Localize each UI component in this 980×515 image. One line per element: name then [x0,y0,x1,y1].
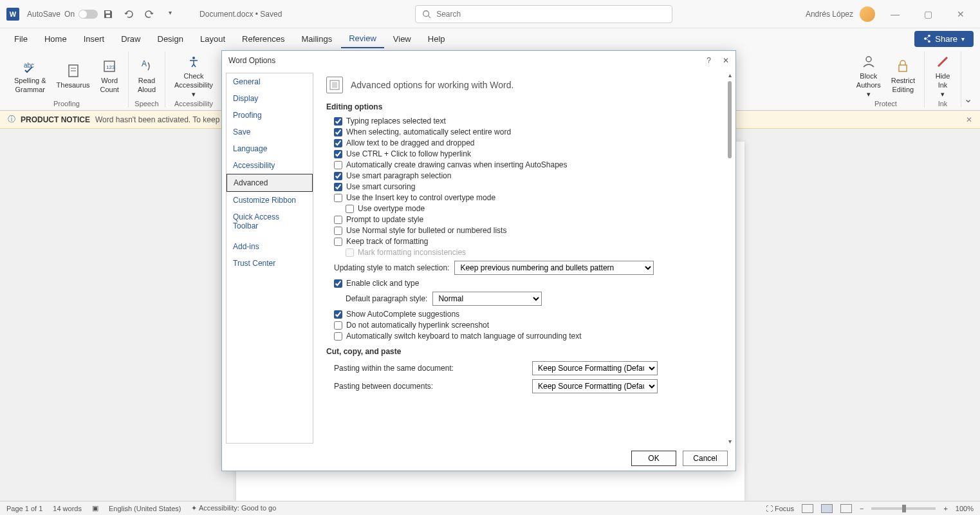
redo-icon[interactable] [144,9,154,19]
zoom-level[interactable]: 100% [956,505,974,512]
opt-no-auto-hyperlink-screenshot: Do not automatically hyperlink screensho… [334,321,723,330]
hide-ink-button[interactable]: HideInk ▾ [930,52,956,100]
status-accessibility[interactable]: ✦ Accessibility: Good to go [191,504,276,512]
cancel-button[interactable]: Cancel [683,451,728,466]
tab-layout[interactable]: Layout [192,30,233,48]
spelling-grammar-button[interactable]: abcSpelling &Grammar [10,52,50,100]
sidebar-item-language[interactable]: Language [227,140,313,157]
updating-style-label: Updating style to match selection: [334,263,449,272]
tab-file[interactable]: File [6,30,35,48]
opt-mark-inconsistencies: Mark formatting inconsistencies [346,248,723,257]
paste-between-select[interactable]: Keep Source Formatting (Default) [532,379,658,393]
document-title: Document.docx • Saved [199,10,282,19]
scroll-up-icon[interactable]: ▴ [727,70,733,80]
sidebar-item-customize-ribbon[interactable]: Customize Ribbon [227,192,313,209]
tab-draw[interactable]: Draw [113,30,148,48]
paste-within-select[interactable]: Keep Source Formatting (Default) [532,361,658,375]
help-icon[interactable]: ? [707,56,711,65]
tab-review[interactable]: Review [341,30,384,48]
toggle-switch-icon[interactable] [79,10,98,19]
tab-design[interactable]: Design [150,30,191,48]
default-paragraph-select[interactable]: Normal [432,292,542,306]
thesaurus-button[interactable]: Thesaurus [53,52,94,100]
text-predictions-icon[interactable]: ▣ [92,504,98,512]
zoom-in-icon[interactable]: + [943,505,947,512]
ribbon-collapse-icon[interactable]: ⌄ [961,90,975,108]
search-box[interactable] [415,5,672,23]
status-language[interactable]: English (United States) [109,505,181,512]
view-print-icon[interactable] [821,504,833,513]
user-area[interactable]: Andrés López — ▢ ✕ [806,6,974,22]
svg-point-0 [423,10,429,16]
focus-mode[interactable]: ⛶ Focus [766,505,794,512]
row-paste-between: Pasting between documents: Keep Source F… [334,379,723,393]
sidebar-item-proofing[interactable]: Proofing [227,107,313,124]
restrict-editing-button[interactable]: RestrictEditing [887,52,919,100]
word-app-icon: W [6,8,19,21]
tab-mailings[interactable]: Mailings [294,30,340,48]
opt-autocomplete: Show AutoComplete suggestions [334,310,723,319]
status-word-count[interactable]: 14 words [53,505,82,512]
word-count-button[interactable]: 123WordCount [97,52,123,100]
block-authors-button[interactable]: BlockAuthors ▾ [853,52,885,100]
check-accessibility-button[interactable]: CheckAccessibility ▾ [171,52,217,100]
sidebar-item-save[interactable]: Save [227,124,313,140]
svg-text:A: A [142,59,147,68]
tab-references[interactable]: References [234,30,292,48]
close-notice-icon[interactable]: ✕ [966,115,972,124]
sidebar-item-trust-center[interactable]: Trust Center [227,255,313,272]
zoom-out-icon[interactable]: − [860,505,864,512]
scroll-down-icon[interactable]: ▾ [727,436,733,446]
updating-style-select[interactable]: Keep previous numbering and bullets patt… [454,261,654,275]
svg-point-10 [866,57,871,62]
read-aloud-icon: A [138,57,156,75]
sidebar-item-accessibility[interactable]: Accessibility [227,157,313,174]
default-paragraph-label: Default paragraph style: [346,294,427,303]
title-bar: W AutoSave On ▾ Document.docx • Saved An… [0,0,980,28]
search-input[interactable] [436,10,665,19]
thesaurus-icon [64,62,82,80]
group-label-accessibility: Accessibility [174,100,213,108]
sidebar-item-advanced[interactable]: Advanced [227,174,313,192]
read-aloud-button[interactable]: AReadAloud [134,52,160,100]
tab-insert[interactable]: Insert [76,30,113,48]
opt-keep-track-formatting: Keep track of formatting [334,237,723,246]
tab-help[interactable]: Help [420,30,453,48]
row-default-paragraph: Default paragraph style: Normal [346,292,723,306]
sidebar-item-addins[interactable]: Add-ins [227,238,313,255]
ok-button[interactable]: OK [631,451,676,466]
group-label-protect: Protect [874,100,897,108]
minimize-icon[interactable]: — [882,6,909,22]
close-icon[interactable]: ✕ [948,6,974,22]
word-options-dialog: Word Options ? ✕ General Display Proofin… [221,50,736,471]
sidebar-item-display[interactable]: Display [227,90,313,107]
avatar[interactable] [860,6,875,22]
undo-icon[interactable] [124,9,134,19]
share-icon [923,35,931,42]
save-icon[interactable] [103,9,113,19]
zoom-slider[interactable] [871,507,936,510]
tab-home[interactable]: Home [37,30,75,48]
group-label-speech: Speech [134,100,158,108]
hide-ink-icon [934,53,952,71]
sidebar-item-quick-access[interactable]: Quick Access Toolbar [227,209,313,234]
qat-dropdown-icon[interactable]: ▾ [165,9,175,19]
autosave-toggle[interactable]: AutoSave On [27,10,98,19]
autosave-state: On [64,10,75,19]
scroll-thumb[interactable] [728,81,732,158]
tab-view[interactable]: View [385,30,419,48]
dialog-close-icon[interactable]: ✕ [723,56,729,65]
user-name: Andrés López [806,10,853,19]
sidebar-item-general[interactable]: General [227,73,313,90]
opt-click-and-type: Enable click and type [334,279,723,288]
spelling-icon: abc [21,57,39,75]
notice-title: PRODUCT NOTICE [21,115,90,124]
view-read-icon[interactable] [802,504,813,513]
view-web-icon[interactable] [840,504,852,513]
maximize-icon[interactable]: ▢ [915,6,941,22]
ribbon-group-accessibility: CheckAccessibility ▾ Accessibility [165,52,223,108]
status-page[interactable]: Page 1 of 1 [6,505,42,512]
ribbon-group-protect: BlockAuthors ▾ RestrictEditing Protect [847,52,925,108]
share-button[interactable]: Share ▾ [914,31,974,47]
dialog-scrollbar[interactable]: ▴ ▾ [725,70,734,446]
